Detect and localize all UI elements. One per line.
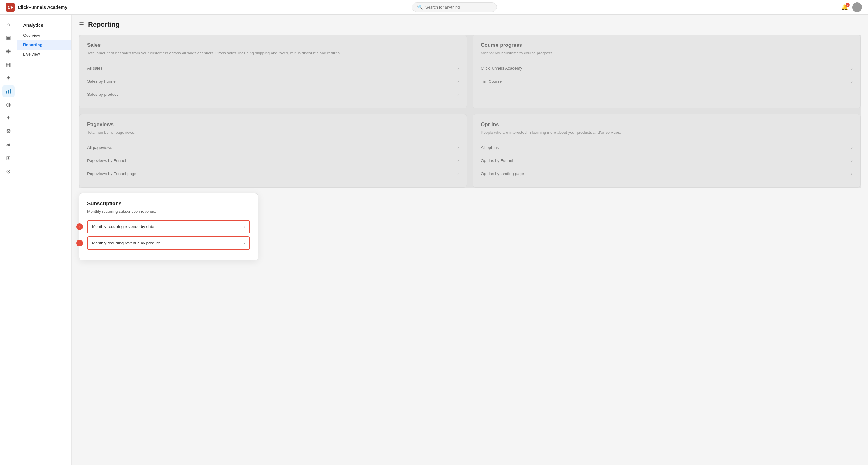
svg-rect-2 <box>10 89 11 94</box>
card-optins-link-all[interactable]: All opt-ins › <box>481 141 852 154</box>
cards-grid: Sales Total amount of net sales from you… <box>79 35 861 187</box>
sidebar-icon-funnels[interactable]: ▣ <box>2 32 14 44</box>
card-course-desc: Monitor your customer's course progress. <box>481 50 852 56</box>
sidebar-item-reporting[interactable]: Reporting <box>17 40 71 50</box>
chevron-right-icon: › <box>851 79 852 84</box>
search-input[interactable] <box>426 5 492 9</box>
card-pageviews-title: Pageviews <box>87 122 459 128</box>
chevron-right-icon: › <box>851 66 852 71</box>
sidebar-icon-home[interactable]: ⌂ <box>2 18 14 30</box>
chevron-right-icon: › <box>457 66 459 71</box>
sidebar-icon-orders[interactable]: ◈ <box>2 72 14 84</box>
card-sales-link-byfunnel[interactable]: Sales by Funnel › <box>87 75 459 88</box>
card-sales-title: Sales <box>87 42 459 48</box>
app-name: ClickFunnels Academy <box>18 5 67 10</box>
main-layout: ⌂ ▣ ◉ ▦ ◈ ◑ ✦ ⚙ ai ⊞ ⊗ Analytics Overvie… <box>0 14 868 465</box>
notification-bell[interactable]: 🔔 2 <box>841 4 848 11</box>
card-course-progress: Course progress Monitor your customer's … <box>472 35 861 109</box>
svg-rect-1 <box>8 90 9 94</box>
card-pageviews-link-all[interactable]: All pageviews › <box>87 141 459 154</box>
chevron-right-icon: › <box>457 79 459 84</box>
chevron-right-icon: › <box>457 171 459 176</box>
nav-left: CF ClickFunnels Academy <box>6 3 67 11</box>
card-optins-desc: People who are interested in learning mo… <box>481 129 852 136</box>
popup-card: Subscriptions Monthly recurring subscrip… <box>79 193 258 260</box>
top-nav: CF ClickFunnels Academy 🔍 🔔 2 <box>0 0 868 14</box>
sidebar-icon-crm[interactable]: ◑ <box>2 98 14 111</box>
page-title: Reporting <box>88 21 120 29</box>
sidebar-item-overview[interactable]: Overview <box>17 31 71 40</box>
card-optins-link-byfunnel[interactable]: Opt-ins by Funnel › <box>481 154 852 167</box>
app-logo: CF <box>6 3 14 11</box>
badge-a: a <box>76 223 83 230</box>
chevron-right-icon: › <box>851 158 852 163</box>
icon-sidebar: ⌂ ▣ ◉ ▦ ◈ ◑ ✦ ⚙ ai ⊞ ⊗ <box>0 14 17 465</box>
chevron-right-icon: › <box>851 145 852 150</box>
left-sidebar: Analytics Overview Reporting Live view <box>17 14 72 465</box>
card-sales-link-byproduct[interactable]: Sales by product › <box>87 88 459 101</box>
popup-card-desc: Monthly recurring subscription revenue. <box>87 208 250 214</box>
sidebar-icon-settings[interactable]: ⚙ <box>2 125 14 137</box>
sidebar-icon-analytics[interactable] <box>2 85 14 97</box>
chevron-right-icon: › <box>851 171 852 176</box>
highlighted-row-a: a Monthly recurring revenue by date › <box>87 220 250 233</box>
notification-badge: 2 <box>845 3 850 7</box>
card-optins: Opt-ins People who are interested in lea… <box>472 114 861 188</box>
sidebar-icon-products[interactable]: ▦ <box>2 58 14 70</box>
card-pageviews-desc: Total number of pageviews. <box>87 129 459 136</box>
page-header: ☰ Reporting <box>79 21 861 29</box>
sidebar-icon-help[interactable]: ⊗ <box>2 165 14 177</box>
search-bar[interactable]: 🔍 <box>412 2 497 12</box>
card-optins-title: Opt-ins <box>481 122 852 128</box>
nav-right: 🔔 2 <box>841 2 862 12</box>
badge-b: b <box>76 240 83 246</box>
sidebar-section-title: Analytics <box>17 21 71 31</box>
card-sales-desc: Total amount of net sales from your cust… <box>87 50 459 56</box>
chevron-right-icon: › <box>457 92 459 97</box>
card-pageviews-link-byfunnelpage[interactable]: Pageviews by Funnel page › <box>87 167 459 180</box>
card-course-title: Course progress <box>481 42 852 48</box>
highlighted-row-b: b Monthly recurring revenue by product › <box>87 236 250 250</box>
hamburger-icon[interactable]: ☰ <box>79 21 84 28</box>
popup-card-title: Subscriptions <box>87 201 250 207</box>
search-icon: 🔍 <box>417 4 423 10</box>
chevron-right-icon: › <box>244 224 245 229</box>
popup-link-b[interactable]: Monthly recurring revenue by product › <box>87 236 250 250</box>
card-optins-link-bylandingpage[interactable]: Opt-ins by landing page › <box>481 167 852 180</box>
popup-link-a[interactable]: Monthly recurring revenue by date › <box>87 220 250 233</box>
chevron-right-icon: › <box>244 241 245 245</box>
card-sales: Sales Total amount of net sales from you… <box>79 35 467 109</box>
sidebar-icon-automation[interactable]: ✦ <box>2 112 14 124</box>
svg-rect-0 <box>6 91 7 94</box>
card-course-link-cf[interactable]: ClickFunnels Academy › <box>481 62 852 75</box>
chevron-right-icon: › <box>457 158 459 163</box>
card-course-link-tim[interactable]: Tim Course › <box>481 75 852 88</box>
sidebar-icon-addons[interactable]: ⊞ <box>2 152 14 164</box>
sidebar-item-liveview[interactable]: Live view <box>17 50 71 59</box>
sidebar-icon-ai[interactable]: ai <box>2 139 14 151</box>
card-pageviews-link-byfunnel[interactable]: Pageviews by Funnel › <box>87 154 459 167</box>
avatar[interactable] <box>852 2 862 12</box>
chevron-right-icon: › <box>457 145 459 150</box>
sidebar-icon-contacts[interactable]: ◉ <box>2 45 14 57</box>
content-area: ☰ Reporting Sales Total amount of net sa… <box>72 14 868 465</box>
card-sales-link-allsales[interactable]: All sales › <box>87 62 459 75</box>
card-pageviews: Pageviews Total number of pageviews. All… <box>79 114 467 188</box>
